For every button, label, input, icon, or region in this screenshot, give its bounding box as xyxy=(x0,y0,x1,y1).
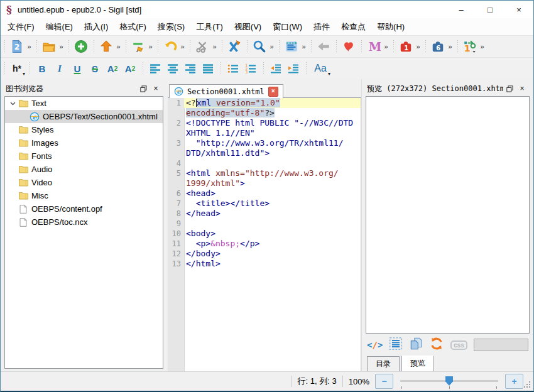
menu-item-4[interactable]: 搜索(S) xyxy=(152,19,190,35)
toolbar-grip[interactable] xyxy=(335,40,337,53)
heading-button[interactable]: h*▾ xyxy=(8,60,26,77)
new-epub-button[interactable]: 2 xyxy=(8,38,26,55)
tree-item-styles[interactable]: Styles xyxy=(5,123,163,136)
code-line[interactable]: <?xml version="1.0" xyxy=(184,98,361,108)
plugin-1-button[interactable]: 1 xyxy=(397,38,415,55)
float-pane-button[interactable] xyxy=(503,85,516,92)
expander-icon[interactable] xyxy=(8,101,18,106)
menu-item-0[interactable]: 文件(F) xyxy=(2,19,40,35)
overflow-chevron[interactable]: » xyxy=(415,43,422,50)
tree-item-fonts[interactable]: Fonts xyxy=(5,150,163,163)
code-line[interactable]: 1999/xhtml"> xyxy=(184,178,361,188)
zoom-slider[interactable] xyxy=(399,374,499,389)
strikethrough-button[interactable]: S xyxy=(86,60,104,77)
code-line[interactable]: <body> xyxy=(184,229,361,239)
toolbar-grip[interactable] xyxy=(457,40,459,53)
code-line[interactable]: encoding="utf-8"?> xyxy=(184,108,361,118)
zoom-out-button[interactable]: − xyxy=(375,374,393,389)
indent-button[interactable] xyxy=(285,60,302,77)
toolbar-grip[interactable] xyxy=(36,40,38,53)
tree-item-images[interactable]: Images xyxy=(5,136,163,150)
minimize-button[interactable]: – xyxy=(447,1,476,18)
toolbar-grip[interactable] xyxy=(393,40,395,53)
bold-button[interactable]: B xyxy=(33,60,51,77)
open-button[interactable] xyxy=(40,38,58,55)
toolbar-grip[interactable] xyxy=(221,40,223,53)
bullet-list-button[interactable] xyxy=(224,60,242,77)
menu-item-8[interactable]: 插件 xyxy=(308,19,335,35)
change-case-button[interactable]: Aa▾ xyxy=(310,60,331,77)
tree-item-video[interactable]: Video xyxy=(5,176,163,189)
menu-item-9[interactable]: 检查点 xyxy=(335,19,371,35)
plugin-6-button[interactable]: 6 xyxy=(429,38,447,55)
tab-toc[interactable]: 目录 xyxy=(367,356,400,373)
toolbar-grip[interactable] xyxy=(246,40,248,53)
toolbar-grip[interactable] xyxy=(125,40,127,53)
code-line[interactable]: </body> xyxy=(184,249,361,259)
overflow-chevron[interactable]: » xyxy=(115,43,122,50)
copy-button[interactable] xyxy=(409,337,423,353)
checkpoint-button[interactable]: 1 xyxy=(461,38,479,55)
tree-item-oebps-content-opf[interactable]: OEBPS/content.opf xyxy=(5,202,163,215)
code-line[interactable]: <!DOCTYPE html PUBLIC "-//W3C//DTD xyxy=(184,118,361,128)
menu-item-2[interactable]: 插入(I) xyxy=(79,19,114,35)
overflow-chevron[interactable]: » xyxy=(479,43,486,50)
zoom-in-button[interactable]: + xyxy=(505,374,523,389)
numbered-list-button[interactable]: 123 xyxy=(242,60,259,77)
toolbar-grip[interactable] xyxy=(425,40,427,53)
code-line[interactable]: </html> xyxy=(184,259,361,269)
toolbar-grip[interactable] xyxy=(142,62,144,75)
slider-handle[interactable] xyxy=(445,376,453,386)
code-line[interactable] xyxy=(184,158,361,168)
close-button[interactable]: × xyxy=(504,1,533,18)
toolbar-grip[interactable] xyxy=(189,40,191,53)
code-line[interactable]: "http://www.w3.org/TR/xhtml11/ xyxy=(184,138,361,148)
overflow-chevron[interactable]: » xyxy=(179,43,186,50)
menu-item-10[interactable]: 帮助(H) xyxy=(371,19,410,35)
toolbar-grip[interactable] xyxy=(93,40,95,53)
overflow-chevron[interactable]: » xyxy=(447,43,454,50)
toolbar-grip[interactable] xyxy=(4,40,6,53)
tree-item-oebps-text-section0001-xhtml[interactable]: eOEBPS/Text/Section0001.xhtml xyxy=(5,110,163,123)
toolbar-grip[interactable] xyxy=(310,40,312,53)
code-line[interactable]: XHTML 1.1//EN" xyxy=(184,128,361,138)
toolbar-grip[interactable] xyxy=(263,62,264,75)
inspect-code-button[interactable]: </> xyxy=(367,340,383,350)
italic-button[interactable]: I xyxy=(51,60,68,77)
mend-button[interactable]: M xyxy=(365,38,383,55)
overflow-chevron[interactable]: » xyxy=(58,43,65,50)
preview-address-field[interactable] xyxy=(474,339,528,351)
overflow-chevron[interactable]: » xyxy=(300,43,307,50)
tree-item-misc[interactable]: Misc xyxy=(5,189,163,202)
align-left-button[interactable] xyxy=(146,60,164,77)
toolbar-grip[interactable] xyxy=(68,40,70,53)
close-pane-button[interactable]: × xyxy=(516,84,528,93)
edit-button[interactable] xyxy=(129,38,147,55)
code-line[interactable]: <html xmlns="http://www.w3.org/ xyxy=(184,168,361,178)
toolbar-grip[interactable] xyxy=(157,40,159,53)
save-button[interactable] xyxy=(97,38,115,55)
donate-button[interactable] xyxy=(340,38,357,55)
overflow-chevron[interactable]: » xyxy=(26,43,33,50)
cut-button[interactable] xyxy=(193,38,211,55)
float-pane-button[interactable] xyxy=(137,85,150,92)
resize-grip[interactable] xyxy=(529,386,530,388)
menu-item-3[interactable]: 格式(F) xyxy=(114,19,152,35)
close-pane-button[interactable]: × xyxy=(150,84,162,93)
maximize-button[interactable]: □ xyxy=(476,1,504,18)
tree-item-audio[interactable]: Audio xyxy=(5,163,163,176)
tab-preview[interactable]: 预览 xyxy=(401,356,434,372)
spellcheck-button[interactable] xyxy=(226,38,243,55)
toolbar-grip[interactable] xyxy=(220,62,222,75)
overflow-chevron[interactable]: » xyxy=(147,43,154,50)
align-right-button[interactable] xyxy=(182,60,199,77)
code-line[interactable]: <title></title> xyxy=(184,199,361,209)
menu-item-6[interactable]: 视图(V) xyxy=(229,19,267,35)
tab-close-button[interactable]: × xyxy=(268,87,278,97)
overflow-chevron[interactable]: » xyxy=(268,43,275,50)
code-line[interactable]: <head> xyxy=(184,188,361,199)
tree-item-oebps-toc-ncx[interactable]: OEBPS/toc.ncx xyxy=(5,215,163,229)
toolbar-grip[interactable] xyxy=(305,62,307,75)
find-button[interactable] xyxy=(251,38,268,55)
outdent-button[interactable] xyxy=(267,60,285,77)
